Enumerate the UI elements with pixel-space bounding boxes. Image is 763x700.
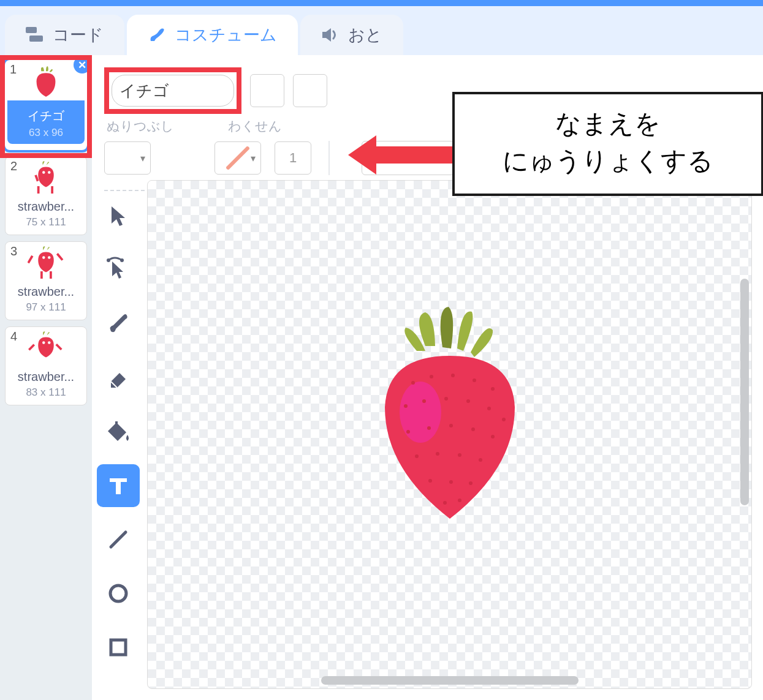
svg-point-7 — [42, 256, 45, 259]
delete-costume-icon[interactable]: ✕ — [74, 56, 91, 73]
svg-rect-16 — [55, 344, 62, 350]
costume-item-2[interactable]: 2 strawber... 75 x 111 — [5, 156, 87, 235]
undo-button[interactable] — [250, 74, 284, 107]
outline-width-input[interactable] — [275, 141, 311, 175]
svg-point-21 — [110, 585, 126, 601]
svg-point-28 — [491, 386, 495, 390]
tab-bar: コード コスチューム おと — [0, 6, 763, 55]
svg-rect-0 — [26, 27, 37, 33]
svg-point-41 — [436, 451, 439, 455]
svg-point-25 — [430, 374, 433, 378]
arrow-head-icon — [348, 135, 376, 175]
annotation-arrow — [348, 140, 452, 170]
svg-point-23 — [400, 381, 441, 442]
svg-line-20 — [111, 532, 126, 547]
svg-rect-10 — [50, 271, 52, 279]
svg-rect-5 — [51, 186, 53, 194]
tool-fill[interactable] — [97, 410, 140, 453]
tool-select[interactable] — [97, 195, 140, 238]
costume-list: ✕ 1 イチゴ 63 x 96 2 strawber... 75 x 111 3… — [0, 55, 92, 700]
svg-point-32 — [466, 399, 470, 402]
fill-color-picker[interactable] — [104, 141, 151, 175]
tab-costumes-label: コスチューム — [175, 24, 277, 46]
arrow-shaft — [376, 146, 452, 164]
svg-point-48 — [458, 498, 461, 502]
annotation-highlight-name — [104, 67, 241, 114]
costume-item-3[interactable]: 3 strawber... 97 x 111 — [5, 241, 87, 320]
costume-name: strawber... — [18, 200, 74, 214]
svg-point-46 — [469, 481, 473, 484]
svg-rect-15 — [28, 344, 35, 350]
tool-rect[interactable] — [97, 626, 140, 669]
annotation-line1: なまえを — [461, 105, 755, 143]
costume-editor: なまえを にゅうりょくする ぬりつぶし わくせん — [92, 55, 763, 700]
svg-point-3 — [48, 171, 51, 174]
costume-number: 3 — [10, 244, 17, 258]
svg-point-2 — [42, 171, 45, 174]
costume-number: 1 — [10, 62, 17, 77]
vertical-scrollbar[interactable] — [740, 279, 749, 505]
canvas-artwork — [358, 303, 542, 538]
svg-point-29 — [404, 404, 408, 407]
tab-sounds[interactable]: おと — [300, 15, 403, 55]
annotation-line2: にゅうりょくする — [461, 143, 755, 180]
tool-reshape[interactable] — [97, 249, 140, 292]
svg-point-14 — [48, 341, 51, 344]
tool-line[interactable] — [97, 518, 140, 561]
tool-eraser[interactable] — [97, 356, 140, 399]
svg-point-43 — [479, 457, 482, 461]
svg-rect-1 — [29, 36, 43, 42]
outline-color-picker[interactable] — [214, 141, 261, 175]
tab-code-label: コード — [53, 24, 104, 46]
svg-point-37 — [449, 423, 453, 427]
horizontal-scrollbar[interactable] — [321, 676, 579, 685]
tool-text[interactable] — [97, 464, 140, 507]
svg-rect-9 — [40, 271, 43, 279]
costume-name-input[interactable] — [112, 75, 234, 107]
code-icon — [26, 27, 44, 43]
costume-dimensions: 83 x 111 — [26, 386, 66, 399]
annotation-callout: なまえを にゅうりょくする — [452, 92, 763, 196]
paint-canvas[interactable] — [147, 180, 752, 689]
tool-circle[interactable] — [97, 572, 140, 615]
costume-name: strawber... — [18, 370, 74, 384]
tab-code[interactable]: コード — [5, 15, 124, 55]
svg-point-33 — [487, 406, 491, 410]
costume-item-4[interactable]: 4 strawber... 83 x 111 — [5, 326, 87, 405]
svg-rect-19 — [115, 421, 118, 427]
costume-dimensions: 97 x 111 — [26, 301, 66, 314]
svg-point-38 — [471, 427, 475, 431]
costume-name: イチゴ — [7, 108, 85, 124]
costume-dimensions: 63 x 96 — [7, 127, 85, 139]
no-outline-icon — [226, 146, 249, 170]
svg-point-18 — [120, 258, 124, 262]
costume-thumb — [21, 64, 70, 100]
svg-point-30 — [422, 399, 426, 402]
costume-item-1[interactable]: ✕ 1 イチゴ 63 x 96 — [5, 60, 87, 150]
fill-label: ぬりつぶし — [107, 118, 174, 135]
svg-point-35 — [406, 429, 410, 433]
costume-name: strawber... — [18, 285, 74, 299]
svg-point-44 — [428, 478, 432, 482]
app-topbar — [0, 0, 763, 6]
svg-point-40 — [415, 454, 419, 457]
costume-number: 4 — [10, 329, 17, 344]
svg-point-24 — [411, 380, 415, 384]
tool-brush[interactable] — [97, 303, 140, 345]
costume-number: 2 — [10, 159, 17, 173]
svg-point-8 — [48, 256, 51, 259]
svg-point-45 — [449, 480, 453, 483]
redo-button[interactable] — [293, 74, 327, 107]
tab-costumes[interactable]: コスチューム — [127, 15, 298, 55]
costume-thumb — [21, 331, 70, 367]
tab-sounds-label: おと — [348, 24, 382, 46]
svg-rect-12 — [56, 253, 64, 261]
svg-point-17 — [107, 258, 110, 262]
sound-icon — [321, 27, 340, 43]
svg-rect-11 — [28, 255, 33, 264]
brush-icon — [148, 26, 166, 44]
svg-point-47 — [443, 500, 447, 504]
svg-point-26 — [451, 373, 455, 377]
svg-point-39 — [491, 434, 495, 438]
svg-point-31 — [444, 396, 448, 400]
